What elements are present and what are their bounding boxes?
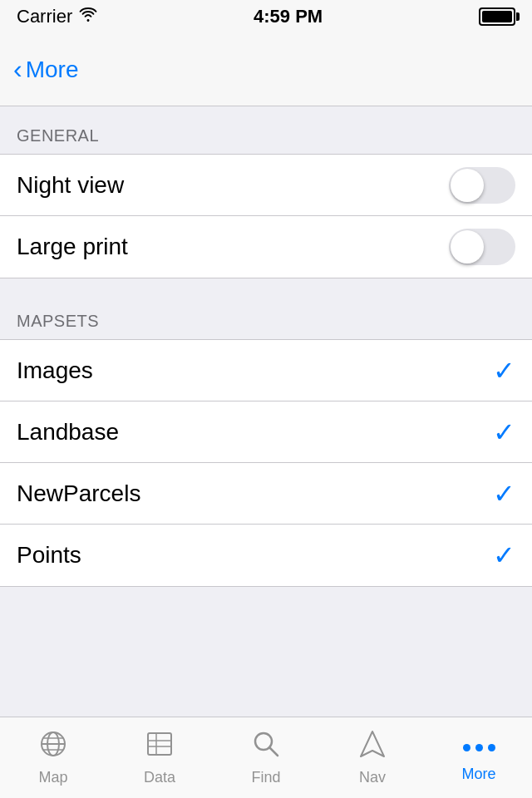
images-checkmark: ✓ bbox=[493, 355, 515, 387]
images-label: Images bbox=[17, 357, 93, 384]
tab-data-label: Data bbox=[144, 769, 175, 786]
tab-nav-label: Nav bbox=[359, 769, 386, 786]
tab-find[interactable]: Find bbox=[213, 717, 319, 798]
back-label: More bbox=[26, 57, 79, 83]
large-print-toggle[interactable] bbox=[449, 229, 515, 265]
tab-bar: Map Data Find Nav bbox=[0, 717, 532, 798]
general-section-header: GENERAL bbox=[0, 106, 532, 154]
section-spacer bbox=[0, 278, 532, 292]
newparcels-label: NewParcels bbox=[17, 480, 140, 507]
tab-more-label: More bbox=[461, 766, 495, 783]
points-label: Points bbox=[17, 542, 81, 569]
night-view-row: Night view bbox=[0, 155, 532, 216]
tab-data[interactable]: Data bbox=[106, 717, 213, 798]
night-view-toggle[interactable] bbox=[449, 167, 515, 204]
dots-icon bbox=[463, 732, 495, 762]
tab-more[interactable]: More bbox=[426, 717, 532, 798]
newparcels-row[interactable]: NewParcels ✓ bbox=[0, 463, 532, 525]
landbase-label: Landbase bbox=[17, 419, 119, 446]
toggle-knob bbox=[451, 169, 484, 202]
search-icon bbox=[251, 729, 281, 766]
navigation-icon bbox=[357, 729, 387, 766]
list-icon bbox=[145, 729, 175, 766]
back-button[interactable]: ‹ More bbox=[13, 57, 78, 83]
mapsets-list-group: Images ✓ Landbase ✓ NewParcels ✓ Points … bbox=[0, 339, 532, 587]
newparcels-checkmark: ✓ bbox=[493, 478, 515, 510]
general-list-group: Night view Large print bbox=[0, 154, 532, 278]
images-row[interactable]: Images ✓ bbox=[0, 340, 532, 401]
svg-line-10 bbox=[269, 747, 278, 756]
battery-icon bbox=[479, 7, 515, 26]
tab-find-label: Find bbox=[251, 769, 280, 786]
svg-rect-5 bbox=[148, 733, 171, 755]
nav-bar: ‹ More bbox=[0, 33, 532, 106]
status-time: 4:59 PM bbox=[254, 6, 323, 27]
tab-map-label: Map bbox=[38, 769, 67, 786]
points-checkmark: ✓ bbox=[493, 539, 515, 571]
tab-map[interactable]: Map bbox=[0, 717, 106, 798]
toggle-knob-2 bbox=[451, 230, 484, 264]
settings-content: GENERAL Night view Large print MAPSETS I… bbox=[0, 106, 532, 717]
status-bar: Carrier 4:59 PM bbox=[0, 0, 532, 33]
svg-marker-11 bbox=[361, 732, 384, 756]
tab-nav[interactable]: Nav bbox=[319, 717, 426, 798]
mapsets-section-header: MAPSETS bbox=[0, 292, 532, 339]
carrier-text: Carrier bbox=[17, 6, 97, 27]
chevron-left-icon: ‹ bbox=[13, 56, 22, 82]
points-row[interactable]: Points ✓ bbox=[0, 525, 532, 586]
night-view-label: Night view bbox=[17, 172, 124, 199]
landbase-row[interactable]: Landbase ✓ bbox=[0, 401, 532, 463]
large-print-label: Large print bbox=[17, 234, 128, 260]
wifi-icon bbox=[79, 7, 97, 27]
globe-icon bbox=[38, 729, 68, 766]
large-print-row: Large print bbox=[0, 216, 532, 278]
landbase-checkmark: ✓ bbox=[493, 416, 515, 448]
